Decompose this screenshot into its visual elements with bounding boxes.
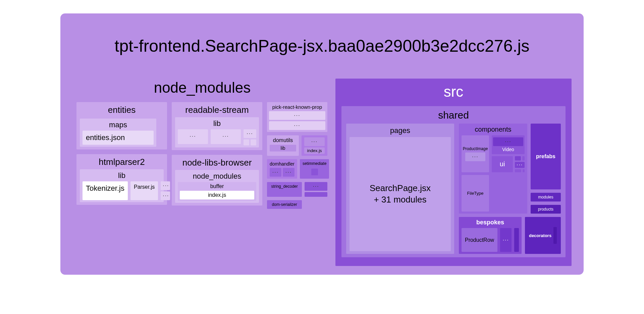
setimmediate-box[interactable]: setimmediate xyxy=(300,159,329,179)
searchpage-module[interactable]: SearchPage.jsx + 31 modules xyxy=(350,137,451,251)
shared-title: shared xyxy=(346,109,561,121)
entities-maps[interactable]: maps entities.json xyxy=(80,119,156,147)
tokenizer-file[interactable]: Tokenizer.js xyxy=(83,181,128,200)
pick-more-2[interactable]: ··· xyxy=(269,121,325,130)
bespokes-box[interactable]: bespokes ProductRow ··· xyxy=(459,217,522,254)
node-modules-section[interactable]: node_modules entities maps entities.json xyxy=(76,79,328,209)
domutils-box[interactable]: domutils lib xyxy=(267,135,299,156)
htmlparser2-lib[interactable]: lib Tokenizer.js Parser.js ··· ··· xyxy=(80,169,164,202)
bundle-title: tpt-frontend.SearchPage-jsx.baa0ae2900b3… xyxy=(60,36,584,56)
node-modules-title: node_modules xyxy=(76,79,328,96)
rs-more-4[interactable] xyxy=(244,139,249,145)
rs-more-3[interactable]: ··· xyxy=(244,129,256,138)
htmlparser2-more-2[interactable]: ··· xyxy=(161,191,170,200)
nlb-node-modules[interactable]: node_modules buffer index.js xyxy=(175,170,259,203)
node-libs-browser-box[interactable]: node-libs-browser node_modules buffer in… xyxy=(172,155,262,206)
rs-more-2[interactable]: ··· xyxy=(211,129,241,144)
htmlparser2-more-1[interactable]: ··· xyxy=(161,181,170,190)
htmlparser2-title: htmlparser2 xyxy=(80,157,164,167)
entities-json-file[interactable]: entities.json xyxy=(83,131,154,145)
src-section[interactable]: src shared pages SearchPage.jsx + 31 mod… xyxy=(335,79,572,266)
pick-react-known-prop-box[interactable]: pick-react-known-prop ··· ··· xyxy=(267,102,327,132)
modules-box[interactable]: modules xyxy=(531,193,561,201)
readable-stream-box[interactable]: readable-stream lib ··· ··· ··· xyxy=(172,102,262,150)
entities-title: entities xyxy=(80,105,164,115)
nlb-buffer-box[interactable]: buffer index.js xyxy=(178,182,256,201)
pages-box[interactable]: pages SearchPage.jsx + 31 modules xyxy=(346,124,454,254)
treemap-root: tpt-frontend.SearchPage-jsx.baa0ae2900b3… xyxy=(60,13,584,275)
node-libs-browser-title: node-libs-browser xyxy=(175,158,259,168)
src-title: src xyxy=(341,83,566,100)
prefabs-box[interactable]: prefabs xyxy=(531,124,561,189)
rs-more-5[interactable] xyxy=(251,139,256,145)
dom-serializer-box[interactable]: dom-serializer xyxy=(267,200,302,209)
indexjs-box[interactable]: ··· index.js xyxy=(302,135,327,156)
products-box[interactable]: products xyxy=(531,205,561,214)
node-modules-grid: entities maps entities.json htmlparser2 … xyxy=(76,102,328,209)
product-image-box[interactable]: ProductImage ··· xyxy=(462,135,489,172)
parser-file[interactable]: Parser.js xyxy=(130,181,158,200)
rs-more-1[interactable]: ··· xyxy=(178,129,208,144)
shared-box[interactable]: shared pages SearchPage.jsx + 31 modules… xyxy=(341,106,566,257)
video-comp[interactable]: ··· Video xyxy=(492,135,525,154)
nlb-index-file[interactable]: index.js xyxy=(180,191,254,199)
entities-extra-chip[interactable] xyxy=(159,117,164,132)
product-row-box[interactable]: ProductRow xyxy=(462,228,497,252)
string-decoder-box[interactable]: string_decoder xyxy=(267,182,302,197)
readable-stream-title: readable-stream xyxy=(175,105,259,115)
setimmediate-chip[interactable] xyxy=(311,169,318,175)
ui-comp[interactable]: ui xyxy=(492,156,513,172)
entities-box[interactable]: entities maps entities.json xyxy=(76,102,167,149)
components-box[interactable]: components ProductImage ··· ··· xyxy=(459,124,527,214)
file-type-box[interactable]: FileType xyxy=(462,175,489,212)
domhandler-box[interactable]: domhandler ··· ··· xyxy=(267,159,297,179)
pick-more-1[interactable]: ··· xyxy=(269,111,325,120)
htmlparser2-box[interactable]: htmlparser2 lib Tokenizer.js Parser.js ·… xyxy=(76,154,167,205)
readable-stream-lib[interactable]: lib ··· ··· ··· xyxy=(175,117,259,147)
decorators-box[interactable]: decorators xyxy=(525,217,561,254)
